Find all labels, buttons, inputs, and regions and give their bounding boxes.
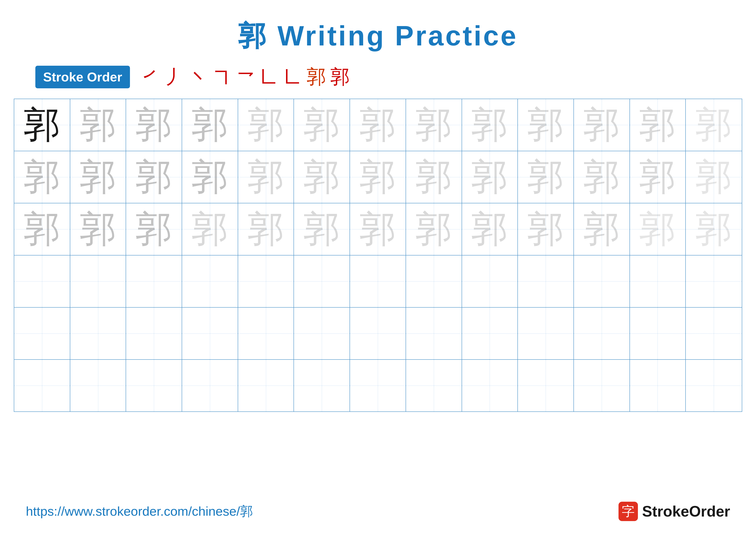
grid-cell[interactable] <box>14 255 70 307</box>
grid-cell[interactable]: 郭 <box>70 203 126 255</box>
grid-cell[interactable] <box>182 255 238 307</box>
grid-cell[interactable]: 郭 <box>462 151 518 203</box>
footer-url: https://www.strokeorder.com/chinese/郭 <box>26 503 253 520</box>
grid-cell[interactable] <box>14 360 70 411</box>
grid-cell[interactable] <box>406 255 462 307</box>
brand-icon: 字 <box>618 502 638 521</box>
grid-cell[interactable] <box>126 255 182 307</box>
grid-cell[interactable] <box>238 360 294 411</box>
grid-cell[interactable]: 郭 <box>406 99 462 151</box>
grid-cell[interactable] <box>574 360 630 411</box>
grid-cell[interactable]: 郭 <box>574 203 630 255</box>
grid-cell[interactable]: 郭 <box>182 151 238 203</box>
grid-cell[interactable] <box>462 308 518 359</box>
grid-cell[interactable]: 郭 <box>462 203 518 255</box>
grid-cell[interactable]: 郭 <box>126 99 182 151</box>
grid-row-4 <box>14 255 742 308</box>
grid-cell[interactable]: 郭 <box>350 99 406 151</box>
grid-cell[interactable] <box>518 360 574 411</box>
grid-row-1: 郭 郭 郭 郭 郭 郭 郭 郭 郭 <box>14 99 742 151</box>
grid-cell[interactable]: 郭 <box>462 99 518 151</box>
grid-cell[interactable]: 郭 <box>686 203 742 255</box>
grid-cell[interactable] <box>70 255 126 307</box>
grid-cell[interactable]: 郭 <box>14 99 70 151</box>
grid-cell[interactable]: 郭 <box>70 99 126 151</box>
grid-cell[interactable]: 郭 <box>14 151 70 203</box>
grid-cell[interactable]: 郭 <box>126 203 182 255</box>
grid-cell[interactable] <box>630 308 686 359</box>
grid-cell[interactable]: 郭 <box>406 203 462 255</box>
grid-cell[interactable] <box>238 308 294 359</box>
grid-cell[interactable]: 郭 <box>406 151 462 203</box>
grid-cell[interactable] <box>350 255 406 307</box>
grid-cell[interactable] <box>518 308 574 359</box>
grid-cell[interactable]: 郭 <box>350 151 406 203</box>
practice-char: 郭 <box>80 159 116 195</box>
grid-cell[interactable] <box>406 360 462 411</box>
grid-cell[interactable] <box>350 308 406 359</box>
stroke-3: ㇔ <box>188 64 207 90</box>
grid-cell[interactable]: 郭 <box>574 151 630 203</box>
grid-cell[interactable] <box>350 360 406 411</box>
grid-cell[interactable] <box>294 360 350 411</box>
grid-cell[interactable] <box>686 360 742 411</box>
grid-cell[interactable] <box>686 255 742 307</box>
grid-cell[interactable]: 郭 <box>518 151 574 203</box>
grid-cell[interactable] <box>462 360 518 411</box>
grid-cell[interactable] <box>574 255 630 307</box>
practice-char: 郭 <box>639 159 676 195</box>
grid-cell[interactable] <box>70 308 126 359</box>
stroke-order-row: Stroke Order ㇒ ㇓ ㇔ ㇕ ㇖ ㇗ ㇗ 郭 郭 <box>22 64 734 90</box>
grid-cell[interactable]: 郭 <box>126 151 182 203</box>
grid-cell[interactable] <box>126 308 182 359</box>
grid-cell[interactable]: 郭 <box>238 151 294 203</box>
practice-char: 郭 <box>24 107 60 143</box>
grid-cell[interactable]: 郭 <box>574 99 630 151</box>
grid-cell[interactable]: 郭 <box>238 203 294 255</box>
practice-char: 郭 <box>192 211 228 247</box>
grid-cell[interactable]: 郭 <box>294 203 350 255</box>
practice-char: 郭 <box>248 211 284 247</box>
practice-char: 郭 <box>360 107 396 143</box>
grid-cell[interactable]: 郭 <box>70 151 126 203</box>
grid-cell[interactable]: 郭 <box>294 151 350 203</box>
grid-cell[interactable]: 郭 <box>182 99 238 151</box>
grid-cell[interactable] <box>182 308 238 359</box>
grid-cell[interactable] <box>126 360 182 411</box>
practice-char: 郭 <box>304 107 340 143</box>
grid-cell[interactable]: 郭 <box>630 203 686 255</box>
grid-cell[interactable] <box>574 308 630 359</box>
grid-cell[interactable] <box>70 360 126 411</box>
footer: https://www.strokeorder.com/chinese/郭 字 … <box>0 502 756 521</box>
practice-char: 郭 <box>24 159 60 195</box>
grid-cell[interactable]: 郭 <box>238 99 294 151</box>
grid-cell[interactable] <box>14 308 70 359</box>
grid-cell[interactable]: 郭 <box>182 203 238 255</box>
practice-char: 郭 <box>471 159 508 195</box>
grid-cell[interactable]: 郭 <box>518 203 574 255</box>
grid-cell[interactable]: 郭 <box>686 151 742 203</box>
grid-cell[interactable] <box>686 308 742 359</box>
grid-cell[interactable]: 郭 <box>294 99 350 151</box>
grid-cell[interactable]: 郭 <box>630 99 686 151</box>
grid-cell[interactable] <box>630 360 686 411</box>
grid-cell[interactable] <box>630 255 686 307</box>
grid-cell[interactable] <box>294 308 350 359</box>
practice-char: 郭 <box>248 107 284 143</box>
grid-cell[interactable] <box>294 255 350 307</box>
practice-char: 郭 <box>360 159 396 195</box>
page: 郭 Writing Practice Stroke Order ㇒ ㇓ ㇔ ㇕ … <box>0 0 756 534</box>
grid-cell[interactable]: 郭 <box>686 99 742 151</box>
grid-cell[interactable]: 郭 <box>14 203 70 255</box>
grid-cell[interactable] <box>182 360 238 411</box>
grid-cell[interactable]: 郭 <box>518 99 574 151</box>
grid-cell[interactable] <box>518 255 574 307</box>
grid-cell[interactable] <box>462 255 518 307</box>
stroke-4: ㇕ <box>212 64 231 90</box>
grid-cell[interactable] <box>406 308 462 359</box>
grid-row-6 <box>14 360 742 411</box>
grid-cell[interactable]: 郭 <box>630 151 686 203</box>
grid-cell[interactable] <box>238 255 294 307</box>
grid-cell[interactable]: 郭 <box>350 203 406 255</box>
stroke-1: ㇒ <box>141 64 160 90</box>
